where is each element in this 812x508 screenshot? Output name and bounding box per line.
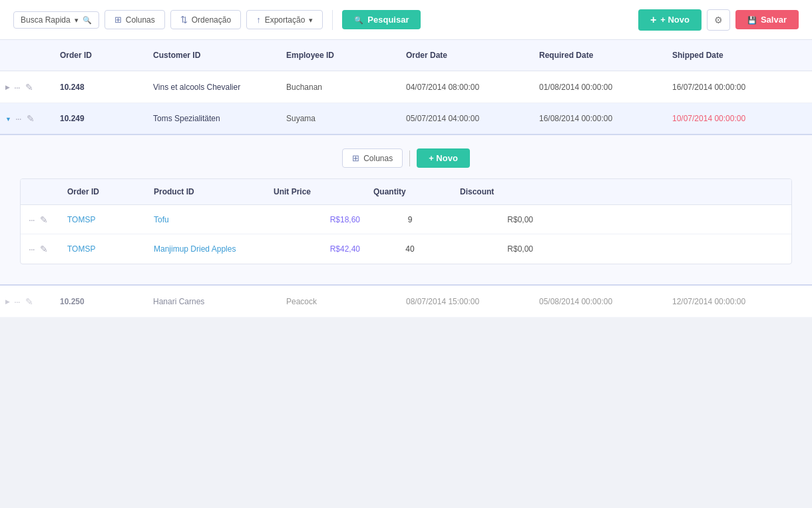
sub-row-2-actions	[21, 237, 61, 261]
sub-th-discount: Discount	[453, 179, 540, 204]
novo-button[interactable]: + Novo	[638, 9, 702, 31]
colunas-button[interactable]: Colunas	[104, 10, 165, 29]
sub-th-actions	[21, 179, 61, 204]
sub-row-2-order-id[interactable]: TOMSP	[61, 239, 147, 259]
gear-icon	[714, 15, 723, 25]
novo-label: + Novo	[660, 15, 690, 25]
sub-table-wrapper: Order ID Product ID Unit Price Quantity …	[20, 178, 792, 264]
sub-toolbar: Colunas + Novo	[20, 148, 792, 168]
main-table-header: Order ID Customer ID Employee ID Order D…	[0, 40, 812, 71]
sub-row-1-discount: R$0,00	[453, 210, 540, 230]
salvar-label: Salvar	[761, 15, 787, 25]
search-icon	[83, 15, 92, 25]
table-row-bottom: 10.250 Hanari Carnes Peacock 08/07/2014 …	[0, 286, 812, 318]
row-1-shipped-date: 16/07/2014 00:00:00	[666, 77, 799, 97]
sub-row-2-discount: R$0,00	[453, 239, 540, 259]
sub-row-1-product-id[interactable]: Tofu	[147, 210, 267, 230]
sub-colunas-label: Colunas	[363, 154, 393, 163]
sub-edit-row1[interactable]	[39, 213, 49, 226]
sub-colunas-button[interactable]: Colunas	[342, 148, 403, 168]
table-row: 10.248 Vins et alcools Chevalier Buchana…	[0, 71, 812, 103]
table-row-expanded: 10.249 Toms Spezialitäten Suyama 05/07/2…	[0, 103, 812, 135]
th-customer-id: Customer ID	[146, 48, 280, 63]
sub-row-1-actions	[21, 208, 61, 232]
novo-plus-icon	[650, 14, 656, 26]
dots-menu-row2[interactable]	[14, 112, 23, 125]
row-3-employee: Peacock	[280, 292, 399, 312]
ordenacao-button[interactable]: Ordenação	[170, 10, 241, 29]
sub-th-unit-price: Unit Price	[267, 179, 367, 204]
main-table-wrapper: Order ID Customer ID Employee ID Order D…	[0, 40, 812, 318]
edit-icon-row1[interactable]	[24, 81, 35, 94]
row-1-order-date: 04/07/2014 08:00:00	[399, 77, 532, 97]
row-3-customer: Hanari Carnes	[146, 292, 280, 312]
row-3-actions	[0, 295, 53, 308]
sub-table-row: TOMSP Manjimup Dried Apples R$42,40 40 R…	[21, 234, 791, 264]
th-required-date: Required Date	[532, 48, 666, 63]
pesquisar-label: Pesquisar	[367, 15, 409, 25]
th-order-date: Order Date	[399, 48, 532, 63]
sub-table-header: Order ID Product ID Unit Price Quantity …	[21, 179, 791, 205]
exportacao-dropdown-icon	[309, 15, 313, 25]
row-2-shipped-date: 10/07/2014 00:00:00	[666, 109, 799, 128]
main-toolbar: Busca Rapida Colunas Ordenação Exportaçã…	[0, 0, 812, 40]
sub-dots-row1[interactable]	[27, 213, 36, 226]
sub-table-row: TOMSP Tofu R$18,60 9 R$0,00	[21, 205, 791, 234]
row-2-customer: Toms Spezialitäten	[146, 109, 280, 128]
sub-row-2-unit-price: R$42,40	[267, 239, 367, 259]
sub-row-2-product-id[interactable]: Manjimup Dried Apples	[147, 239, 267, 259]
toolbar-left: Busca Rapida Colunas Ordenação Exportaçã…	[13, 10, 421, 30]
sub-row-1-quantity: 9	[367, 210, 453, 230]
sub-novo-label: + Novo	[429, 153, 458, 163]
row-2-order-id: 10.249	[53, 109, 146, 128]
edit-icon-row2[interactable]	[25, 112, 36, 125]
dropdown-icon	[75, 15, 79, 25]
sub-th-product-id: Product ID	[147, 179, 267, 204]
row-2-required-date: 16/08/2014 00:00:00	[532, 109, 666, 128]
row-1-order-id: 10.248	[53, 77, 146, 97]
sub-th-order-id: Order ID	[61, 179, 147, 204]
ordenacao-label: Ordenação	[192, 15, 231, 25]
sort-icon	[180, 15, 188, 25]
th-order-id: Order ID	[53, 48, 146, 63]
gear-button[interactable]	[707, 9, 730, 31]
sub-edit-row2[interactable]	[39, 242, 49, 256]
expand-icon-row1[interactable]	[5, 83, 10, 91]
dots-menu-row1[interactable]	[13, 81, 21, 94]
row-1-employee: Buchanan	[280, 77, 399, 97]
salvar-button[interactable]: Salvar	[735, 10, 799, 29]
busca-rapida-button[interactable]: Busca Rapida	[13, 11, 99, 29]
row-2-actions	[0, 112, 53, 125]
row-3-required-date: 05/08/2014 00:00:00	[532, 292, 666, 312]
sub-novo-button[interactable]: + Novo	[417, 148, 470, 168]
save-icon	[747, 15, 757, 25]
busca-rapida-label: Busca Rapida	[21, 15, 71, 25]
table-icon	[114, 15, 122, 25]
row-3-order-date: 08/07/2014 15:00:00	[399, 292, 532, 312]
row-3-shipped-date: 12/07/2014 00:00:00	[666, 292, 799, 312]
sub-th-quantity: Quantity	[367, 179, 453, 204]
sub-row-1-order-id[interactable]: TOMSP	[61, 210, 147, 230]
expand-icon-row2[interactable]	[5, 115, 11, 123]
pesquisar-button[interactable]: Pesquisar	[342, 10, 421, 29]
row-1-actions	[0, 81, 53, 94]
sub-table-area: Colunas + Novo Order ID Product ID Unit …	[0, 135, 812, 286]
dots-menu-row3[interactable]	[13, 295, 21, 308]
row-1-required-date: 01/08/2014 00:00:00	[532, 77, 666, 97]
exportacao-button[interactable]: Exportação	[246, 10, 323, 29]
sub-divider	[409, 150, 410, 166]
row-1-customer: Vins et alcools Chevalier	[146, 77, 280, 97]
sub-row-2-quantity: 40	[367, 239, 453, 259]
sub-row-1-unit-price: R$18,60	[267, 210, 367, 230]
edit-icon-row3[interactable]	[24, 295, 35, 308]
colunas-label: Colunas	[126, 15, 155, 25]
export-icon	[256, 15, 261, 25]
expand-icon-row3[interactable]	[5, 298, 10, 305]
toolbar-divider-1	[332, 10, 333, 30]
th-shipped-date: Shipped Date	[666, 48, 799, 63]
exportacao-label: Exportação	[265, 15, 305, 25]
row-3-order-id: 10.250	[53, 292, 146, 312]
sub-dots-row2[interactable]	[27, 242, 36, 256]
th-employee-id: Employee ID	[280, 48, 399, 63]
row-2-order-date: 05/07/2014 04:00:00	[399, 109, 532, 128]
